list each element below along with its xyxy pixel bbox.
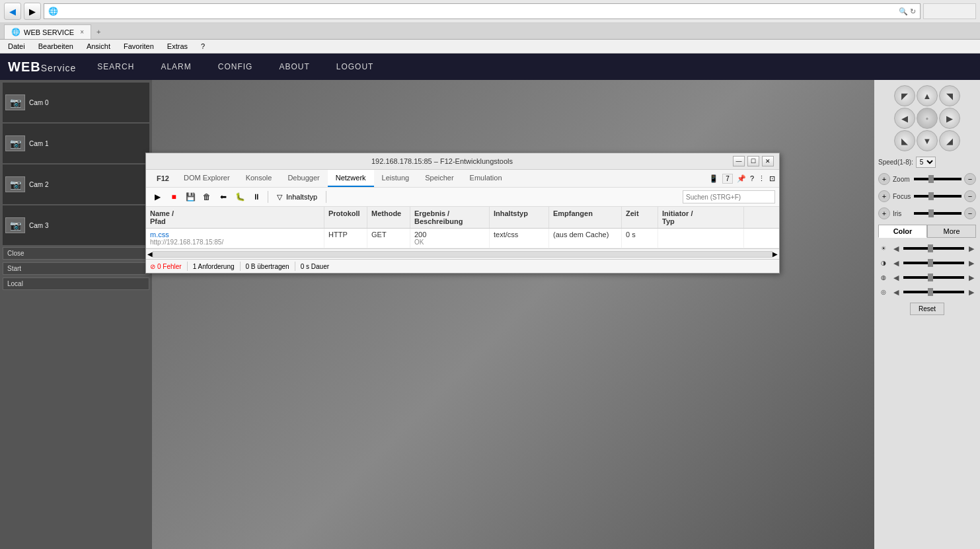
save-log-button[interactable]: 💾 [183,190,198,204]
active-tab[interactable]: 🌐 WEB SERVICE × [4,24,91,39]
col-ergebnis[interactable]: Ergebnis /Beschreibung [410,207,490,228]
saturation-plus[interactable]: ▶ [967,273,976,282]
tab-debugger[interactable]: Debugger [280,170,327,187]
tab-emulation[interactable]: Emulation [462,170,510,187]
back-button[interactable]: ◀ [4,3,21,20]
ptz-up[interactable]: ▲ [917,85,938,106]
scroll-right-icon[interactable]: ▶ [773,250,778,258]
reset-button[interactable]: Reset [910,303,944,315]
close-devtools-button[interactable]: ✕ [762,156,774,166]
bug-btn[interactable]: 🐛 [233,190,247,204]
col-methode[interactable]: Methode [367,207,410,228]
ptz-left[interactable]: ◀ [894,108,915,129]
iris-label: Iris [893,210,911,217]
contrast-slider[interactable] [903,262,964,264]
tab-dom-explorer[interactable]: DOM Explorer [176,170,238,187]
stop-button[interactable]: ■ [167,190,181,204]
hue-slider[interactable] [903,291,964,293]
menu-bearbeiten[interactable]: Bearbeiten [36,41,76,52]
local-button[interactable]: Local [3,277,149,290]
ptz-down-left[interactable]: ◣ [894,130,915,151]
nav-config[interactable]: CONFIG [205,54,266,80]
tab-more[interactable]: More [927,225,976,238]
back-btn[interactable]: ⬅ [216,190,231,204]
devtools-title: 192.168.178.15:85 – F12-Entwicklungstool… [151,157,733,165]
nav-search[interactable]: SEARCH [84,54,147,80]
tab-speicher[interactable]: Speicher [417,170,461,187]
ptz-center[interactable]: ● [917,108,938,129]
minimize-button[interactable]: — [733,156,745,166]
cam-item-3[interactable]: 📷 Cam 3 [3,205,149,245]
iris-minus[interactable]: − [964,207,976,219]
cam-item-1[interactable]: 📷 Cam 1 [3,124,149,163]
saturation-slider[interactable] [903,276,964,279]
pause-errors-btn[interactable]: ⏸ [249,190,264,204]
col-protokol[interactable]: Protokoll [324,207,367,228]
nav-about[interactable]: ABOUT [266,54,322,80]
contrast-plus[interactable]: ▶ [967,258,976,268]
responsive-icon[interactable]: 📱 [709,174,718,183]
start-button[interactable]: Start [3,262,149,275]
iris-plus[interactable]: + [878,207,890,219]
iris-slider[interactable] [914,212,961,215]
clear-log-button[interactable]: 🗑 [200,190,214,204]
focus-minus[interactable]: − [964,190,976,202]
col-zeit[interactable]: Zeit [622,207,658,228]
address-input[interactable]: http://192.168.178.15:85/ [61,7,896,15]
forward-button[interactable]: ▶ [24,3,41,20]
speed-select[interactable]: 51234678 [916,157,936,168]
ptz-down-right[interactable]: ◢ [939,130,960,151]
zoom-slider[interactable] [914,178,961,180]
horizontal-scrollbar[interactable] [153,251,773,258]
f12-label: F12 [150,170,176,186]
tab-konsole[interactable]: Konsole [238,170,280,187]
col-inhaltstyp[interactable]: Inhaltstyp [490,207,549,228]
more-icon[interactable]: ⋮ [758,174,765,183]
zoom-plus[interactable]: + [878,173,890,185]
hue-minus[interactable]: ◀ [891,287,901,297]
address-bar[interactable]: 🌐 http://192.168.178.15:85/ 🔍 ↻ [44,3,921,19]
detach-icon[interactable]: ⊡ [769,174,775,183]
cam-item-2[interactable]: 📷 Cam 2 [3,165,149,204]
focus-plus[interactable]: + [878,190,890,202]
ptz-up-right[interactable]: ◥ [939,85,960,106]
tab-close-button[interactable]: × [80,28,84,36]
close-button[interactable]: Close [3,247,149,260]
pin-icon[interactable]: 📌 [737,174,746,183]
tab-icon: 🌐 [11,28,20,36]
cam-item-0[interactable]: 📷 Cam 0 [3,83,149,122]
col-initiator[interactable]: Initiator /Typ [658,207,744,228]
tab-leistung[interactable]: Leistung [374,170,418,187]
devtools-search-input[interactable] [683,190,775,203]
ptz-up-left[interactable]: ◤ [894,85,915,106]
menu-extras[interactable]: Extras [165,41,190,52]
tab-color[interactable]: Color [878,225,927,238]
restore-button[interactable]: ☐ [747,156,759,166]
zoom-minus[interactable]: − [964,173,976,185]
menu-help[interactable]: ? [198,41,207,52]
scroll-left-icon[interactable]: ◀ [147,250,153,258]
contrast-minus[interactable]: ◀ [891,258,901,268]
brightness-minus[interactable]: ◀ [891,244,901,253]
saturation-minus[interactable]: ◀ [891,273,901,282]
refresh-icon[interactable]: ↻ [910,7,916,16]
ptz-down[interactable]: ▼ [917,130,938,151]
brightness-plus[interactable]: ▶ [967,244,976,253]
tab-netzwerk[interactable]: Netzwerk [328,170,374,187]
table-row[interactable]: m.css http://192.168.178.15:85/ HTTP GET… [146,229,779,248]
nav-logout[interactable]: LOGOUT [323,54,387,80]
menu-ansicht[interactable]: Ansicht [84,41,113,52]
ptz-right[interactable]: ▶ [939,108,960,129]
filter-button[interactable]: ▽ Inhaltstyp [272,191,322,203]
col-name[interactable]: Name /Pfad [146,207,324,228]
play-button[interactable]: ▶ [150,190,165,204]
brightness-slider[interactable] [903,247,964,250]
focus-slider[interactable] [914,195,961,198]
nav-alarm[interactable]: ALARM [147,54,204,80]
hue-plus[interactable]: ▶ [967,287,976,297]
new-tab-button[interactable]: + [91,25,106,38]
help-icon[interactable]: ? [750,174,754,182]
menu-favoriten[interactable]: Favoriten [121,41,157,52]
menu-datei[interactable]: Datei [5,41,28,52]
col-empfangen[interactable]: Empfangen [549,207,622,228]
